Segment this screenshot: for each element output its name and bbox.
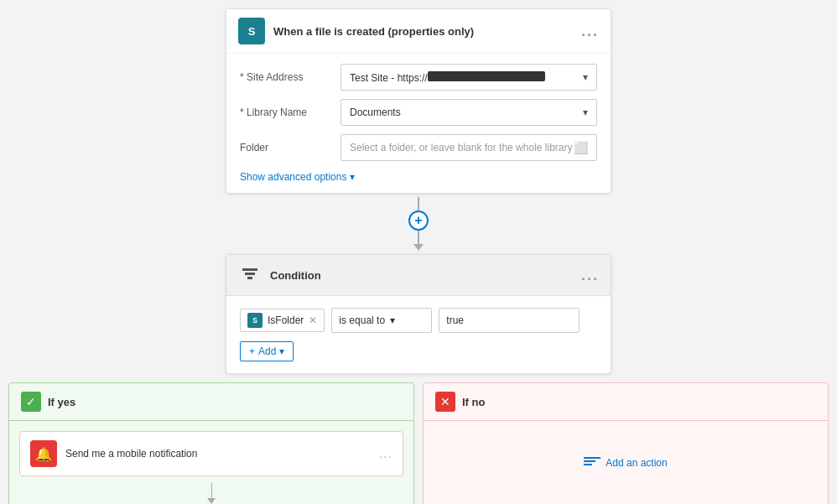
if-no-add-action-button[interactable]: Add an action bbox=[584, 455, 667, 470]
connector-line-bottom bbox=[418, 231, 419, 244]
folder-placeholder: Select a folder, or leave blank for the … bbox=[350, 142, 572, 153]
trigger-card: S When a file is created (properties onl… bbox=[226, 8, 611, 194]
svg-rect-6 bbox=[584, 457, 600, 459]
add-chevron-icon: ▾ bbox=[279, 346, 284, 357]
condition-more-button[interactable]: ... bbox=[581, 267, 599, 284]
if-yes-title: If yes bbox=[48, 396, 75, 408]
svg-rect-2 bbox=[247, 277, 252, 279]
action-connector bbox=[19, 480, 403, 504]
site-address-row: * Site Address Test Site - https:// ▾ bbox=[240, 64, 597, 91]
trigger-sharepoint-icon: S bbox=[238, 18, 265, 44]
svg-rect-8 bbox=[584, 464, 592, 465]
condition-title: Condition bbox=[270, 269, 573, 282]
is-folder-tag[interactable]: S IsFolder ✕ bbox=[240, 309, 325, 332]
if-yes-check-icon: ✓ bbox=[21, 392, 41, 412]
site-address-input[interactable]: Test Site - https:// ▾ bbox=[341, 64, 597, 91]
condition-card: Condition ... S IsFolder ✕ is equal to ▾… bbox=[226, 254, 611, 374]
if-no-add-action-label: Add an action bbox=[606, 457, 667, 469]
tag-close-button[interactable]: ✕ bbox=[309, 314, 317, 326]
if-no-branch: ✕ If no Add an action bbox=[423, 382, 829, 504]
operator-chevron-icon: ▾ bbox=[390, 314, 395, 326]
folder-row: Folder Select a folder, or leave blank f… bbox=[240, 134, 597, 161]
library-name-label: * Library Name bbox=[240, 107, 332, 118]
tag-sharepoint-icon: S bbox=[247, 313, 263, 328]
if-no-x-icon: ✕ bbox=[435, 392, 455, 412]
if-no-header: ✕ If no bbox=[424, 383, 828, 421]
action-mobile-notification: 🔔 Send me a mobile notification ... bbox=[19, 431, 403, 476]
arrow-down-icon bbox=[413, 244, 424, 251]
library-name-input[interactable]: Documents ▾ bbox=[341, 99, 597, 126]
condition-rule-row: S IsFolder ✕ is equal to ▾ bbox=[240, 308, 597, 333]
show-advanced-chevron-icon: ▾ bbox=[350, 171, 355, 183]
site-address-label: * Site Address bbox=[240, 71, 332, 83]
small-line bbox=[211, 483, 212, 498]
mobile-notification-label: Send me a mobile notification bbox=[65, 448, 371, 460]
branch-section: ✓ If yes 🔔 Send me a mobile notification… bbox=[0, 382, 837, 504]
connector-line-top bbox=[418, 197, 419, 210]
trigger-title: When a file is created (properties only) bbox=[273, 25, 573, 38]
condition-filter-icon bbox=[238, 263, 262, 287]
condition-add-button[interactable]: + Add ▾ bbox=[240, 341, 597, 361]
library-name-chevron-icon: ▾ bbox=[583, 107, 588, 118]
svg-rect-1 bbox=[245, 273, 255, 275]
library-name-value: Documents bbox=[350, 107, 401, 118]
condition-body: S IsFolder ✕ is equal to ▾ + Add ▾ bbox=[226, 296, 611, 373]
small-arrow-icon bbox=[207, 498, 216, 504]
add-icon: + bbox=[249, 346, 255, 357]
show-advanced-button[interactable]: Show advanced options ▾ bbox=[240, 169, 597, 183]
folder-input[interactable]: Select a folder, or leave blank for the … bbox=[341, 134, 597, 161]
if-no-add-action-icon bbox=[584, 455, 600, 470]
site-address-chevron-icon: ▾ bbox=[583, 71, 588, 83]
condition-value-input[interactable] bbox=[439, 308, 580, 333]
redacted-url bbox=[428, 71, 545, 81]
operator-dropdown[interactable]: is equal to ▾ bbox=[331, 308, 432, 333]
add-label: Add bbox=[258, 346, 276, 357]
add-step-connector: + bbox=[408, 197, 429, 251]
library-name-row: * Library Name Documents ▾ bbox=[240, 99, 597, 126]
trigger-body: * Site Address Test Site - https:// ▾ * … bbox=[226, 54, 611, 193]
show-advanced-label: Show advanced options bbox=[240, 171, 346, 183]
tag-label: IsFolder bbox=[268, 314, 304, 326]
folder-browse-icon[interactable]: ⬜ bbox=[574, 141, 588, 154]
if-yes-body: 🔔 Send me a mobile notification ... 🔔 Se… bbox=[9, 421, 413, 504]
svg-rect-7 bbox=[584, 460, 595, 462]
mobile-notification-more-button[interactable]: ... bbox=[379, 446, 393, 461]
svg-rect-0 bbox=[242, 268, 257, 271]
condition-header: Condition ... bbox=[226, 255, 611, 296]
if-no-body: Add an action bbox=[424, 421, 828, 504]
if-yes-header: ✓ If yes bbox=[9, 383, 413, 421]
folder-label: Folder bbox=[240, 142, 332, 153]
operator-value: is equal to bbox=[339, 314, 385, 326]
trigger-more-button[interactable]: ... bbox=[581, 23, 599, 40]
trigger-header: S When a file is created (properties onl… bbox=[226, 9, 611, 54]
add-step-button[interactable]: + bbox=[408, 210, 429, 231]
site-address-value: Test Site - https:// bbox=[350, 71, 545, 84]
mobile-notification-icon: 🔔 bbox=[30, 440, 57, 467]
if-no-title: If no bbox=[462, 396, 485, 408]
if-yes-branch: ✓ If yes 🔔 Send me a mobile notification… bbox=[8, 382, 414, 504]
